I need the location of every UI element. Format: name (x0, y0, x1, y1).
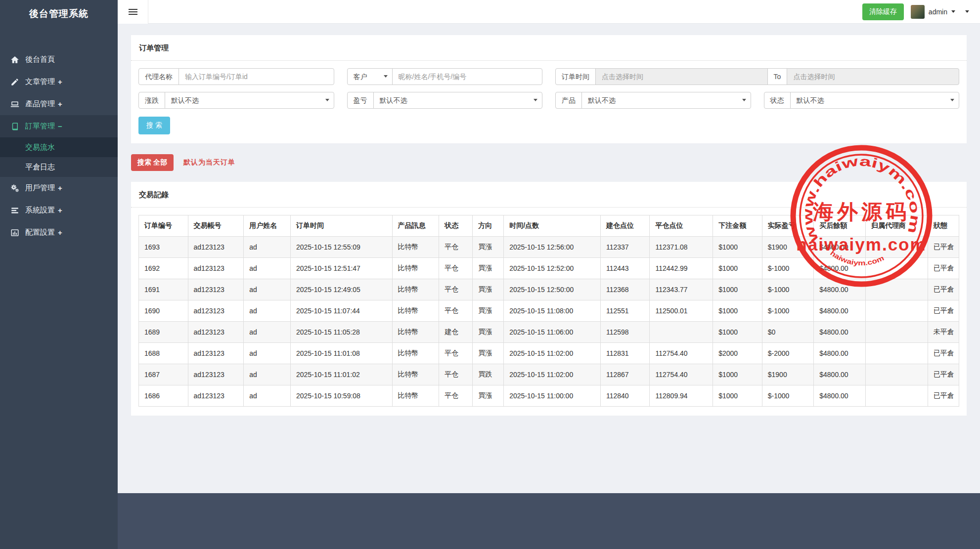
table-cell: 已平倉 (928, 237, 959, 258)
topbar-secondary-chevron-down-icon[interactable] (965, 10, 969, 15)
sidebar-item-1[interactable]: 文章管理+ (0, 71, 118, 93)
search-all-button[interactable]: 搜索 全部 (131, 154, 174, 171)
table-cell: $4800.00 (814, 322, 866, 343)
table-cell: $1000 (713, 322, 762, 343)
table-cell: 1690 (139, 300, 188, 322)
table-cell: 112500.01 (650, 300, 713, 322)
table-cell: $0 (762, 322, 814, 343)
avatar (911, 5, 925, 19)
sidebar-nav: 後台首頁文章管理+產品管理+訂單管理−交易流水平倉日志用戶管理+系統設置+配置設… (0, 48, 118, 244)
column-header: 时间/点数 (504, 215, 601, 237)
customer-select[interactable]: 客户 (347, 68, 393, 85)
actions-row: 搜索 全部 默认为当天订单 (131, 154, 967, 171)
column-header: 订单编号 (139, 215, 188, 237)
table-cell: 2025-10-15 12:56:00 (504, 237, 601, 258)
table-cell: $4800.00 (814, 258, 866, 279)
main-area: 清除緩存 admin 订单管理 代理名称 (118, 0, 980, 549)
table-cell (865, 279, 928, 300)
table-cell: 比特幣 (392, 385, 439, 407)
table-cell: 比特幣 (392, 300, 439, 322)
column-header: 产品訊息 (392, 215, 439, 237)
table-cell: 平仓 (439, 364, 473, 385)
product-filter-group: 产品 默认不选 (555, 92, 751, 109)
table-cell: 112551 (600, 300, 650, 322)
customer-input[interactable] (392, 68, 543, 85)
sidebar-item-label: 產品管理 (25, 99, 55, 109)
sidebar: 後台管理系統 後台首頁文章管理+產品管理+訂單管理−交易流水平倉日志用戶管理+系… (0, 0, 118, 549)
sidebar-item-3[interactable]: 訂單管理− (0, 115, 118, 137)
content: 订单管理 代理名称 客户 (118, 24, 980, 493)
sidebar-subitem-3-1[interactable]: 平倉日志 (0, 157, 118, 177)
column-header: 状态 (439, 215, 473, 237)
table-cell: 112809.94 (650, 385, 713, 407)
table-cell: 1686 (139, 385, 188, 407)
column-header: 交易帳号 (188, 215, 244, 237)
bar-chart-icon (10, 228, 20, 238)
sidebar-subitem-3-0[interactable]: 交易流水 (0, 137, 118, 157)
table-cell: 112840 (600, 385, 650, 407)
table-cell: 已平倉 (928, 279, 959, 300)
status-select[interactable]: 默认不选 (790, 92, 960, 109)
app-title: 後台管理系統 (0, 0, 118, 28)
table-cell: ad (244, 343, 291, 364)
order-time-label: 订单时间 (555, 68, 596, 85)
table-cell: $-1000 (762, 258, 814, 279)
table-cell: 比特幣 (392, 364, 439, 385)
table-cell: 買漲 (473, 258, 504, 279)
expand-indicator: + (58, 78, 62, 86)
table-cell: 已平倉 (928, 300, 959, 322)
time-to-input[interactable] (787, 68, 959, 85)
table-cell (865, 385, 928, 407)
agent-input[interactable] (178, 68, 334, 85)
table-cell: 買漲 (473, 300, 504, 322)
sidebar-item-5[interactable]: 系統設置+ (0, 199, 118, 221)
order-filter-panel: 订单管理 代理名称 客户 (131, 35, 967, 143)
table-cell: 2025-10-15 11:05:28 (290, 322, 392, 343)
chevron-down-icon (951, 10, 955, 15)
table-row: 1691ad123123ad2025-10-15 12:49:05比特幣平仓買漲… (139, 279, 959, 300)
table-row: 1690ad123123ad2025-10-15 11:07:44比特幣平仓買漲… (139, 300, 959, 322)
table-cell: $4800.00 (814, 279, 866, 300)
table-cell (865, 237, 928, 258)
table-cell: 買跌 (473, 364, 504, 385)
sidebar-item-2[interactable]: 產品管理+ (0, 93, 118, 115)
column-header: 建仓点位 (600, 215, 650, 237)
table-cell (865, 300, 928, 322)
table-cell: 112371.08 (650, 237, 713, 258)
list-icon (10, 206, 20, 215)
table-cell: 比特幣 (392, 322, 439, 343)
pnl-select[interactable]: 默认不选 (373, 92, 543, 109)
menu-toggle-button[interactable] (118, 0, 148, 24)
clear-cache-button[interactable]: 清除緩存 (862, 3, 904, 20)
default-today-note: 默认为当天订单 (183, 158, 235, 167)
customer-select-wrap: 客户 (347, 68, 393, 85)
username: admin (929, 8, 947, 16)
table-cell: 1693 (139, 237, 188, 258)
table-row: 1688ad123123ad2025-10-15 11:01:08比特幣平仓買漲… (139, 343, 959, 364)
app-root: 後台管理系統 後台首頁文章管理+產品管理+訂單管理−交易流水平倉日志用戶管理+系… (0, 0, 980, 549)
table-cell: ad (244, 279, 291, 300)
table-cell: $1000 (713, 300, 762, 322)
expand-indicator: + (58, 206, 62, 214)
sidebar-item-0[interactable]: 後台首頁 (0, 48, 118, 71)
table-cell: 2025-10-15 10:59:08 (290, 385, 392, 407)
sidebar-item-label: 文章管理 (25, 77, 55, 86)
table-cell (865, 322, 928, 343)
table-cell: $1900 (762, 237, 814, 258)
table-cell: ad123123 (188, 343, 244, 364)
table-cell: 已平倉 (928, 385, 959, 407)
time-from-input[interactable] (595, 68, 768, 85)
updown-select[interactable]: 默认不选 (165, 92, 334, 109)
footer-spacer (118, 493, 980, 549)
sidebar-item-6[interactable]: 配置設置+ (0, 221, 118, 244)
table-cell: 1687 (139, 364, 188, 385)
column-header: 归属代理商 (865, 215, 928, 237)
table-cell: 買漲 (473, 322, 504, 343)
expand-indicator: + (58, 228, 62, 237)
table-cell: 平仓 (439, 300, 473, 322)
sidebar-item-4[interactable]: 用戶管理+ (0, 177, 118, 199)
product-select[interactable]: 默认不选 (581, 92, 751, 109)
table-cell: 已平倉 (928, 364, 959, 385)
user-dropdown[interactable]: admin (911, 5, 955, 19)
search-button[interactable]: 搜 索 (138, 117, 170, 134)
